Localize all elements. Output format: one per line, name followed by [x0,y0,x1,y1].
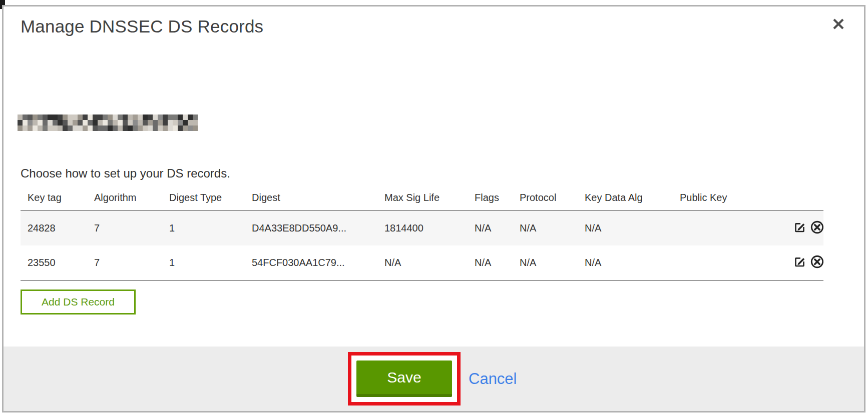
cell-max-sig-life: N/A [377,246,468,280]
cell-algorithm: 7 [87,246,162,280]
edit-icon[interactable] [793,255,806,271]
cell-key-tag: 24828 [21,210,87,246]
column-header: Algorithm [87,186,162,210]
domain-name-redacted [18,114,198,131]
column-header: Flags [468,186,513,210]
column-header: Protocol [513,186,578,210]
cell-max-sig-life: 1814400 [377,210,468,246]
cell-digest-type: 1 [162,210,245,246]
cell-public-key [673,246,786,280]
row-actions [786,246,823,280]
save-button[interactable]: Save [356,360,452,397]
cell-digest: D4A33E8DD550A9... [245,210,377,246]
cell-key-data-alg: N/A [578,246,673,280]
dialog-title: Manage DNSSEC DS Records [21,16,263,36]
cell-key-data-alg: N/A [578,210,673,246]
table-header-row: Key tagAlgorithmDigest TypeDigestMax Sig… [21,186,823,210]
cell-protocol: N/A [513,210,578,246]
cell-algorithm: 7 [87,210,162,246]
delete-icon[interactable] [810,220,823,237]
column-header: Digest [245,186,377,210]
table-row: 2482871D4A33E8DD550A9...1814400N/AN/AN/A [21,210,823,246]
ds-records-body: 2482871D4A33E8DD550A9...1814400N/AN/AN/A… [21,210,823,280]
column-header: Digest Type [162,186,245,210]
edit-icon[interactable] [793,220,806,236]
row-actions [786,210,823,246]
add-ds-record-button[interactable]: Add DS Record [21,290,136,314]
cell-protocol: N/A [513,246,578,280]
manage-dnssec-ds-records-dialog: Manage DNSSEC DS Records Choose how to s… [2,5,865,412]
cell-flags: N/A [468,210,513,246]
cell-digest-type: 1 [162,246,245,280]
column-header: Max Sig Life [377,186,468,210]
setup-instructions-text: Choose how to set up your DS records. [21,166,230,180]
cancel-link[interactable]: Cancel [469,370,517,388]
table-row: 235507154FCF030AA1C79...N/AN/AN/AN/A [21,246,823,280]
column-header: Public Key [673,186,786,210]
cell-public-key [673,210,786,246]
cell-digest: 54FCF030AA1C79... [245,246,377,280]
column-header: Key Data Alg [578,186,673,210]
ds-records-table: Key tagAlgorithmDigest TypeDigestMax Sig… [21,186,823,281]
cell-flags: N/A [468,246,513,280]
footer-controls: Save Cancel [348,352,517,406]
dialog-footer: Save Cancel [4,346,864,411]
delete-icon[interactable] [810,254,823,272]
column-header: Key tag [21,186,87,210]
close-icon[interactable] [830,16,847,32]
cell-key-tag: 23550 [21,246,87,280]
save-button-highlight-annotation: Save [348,352,461,406]
